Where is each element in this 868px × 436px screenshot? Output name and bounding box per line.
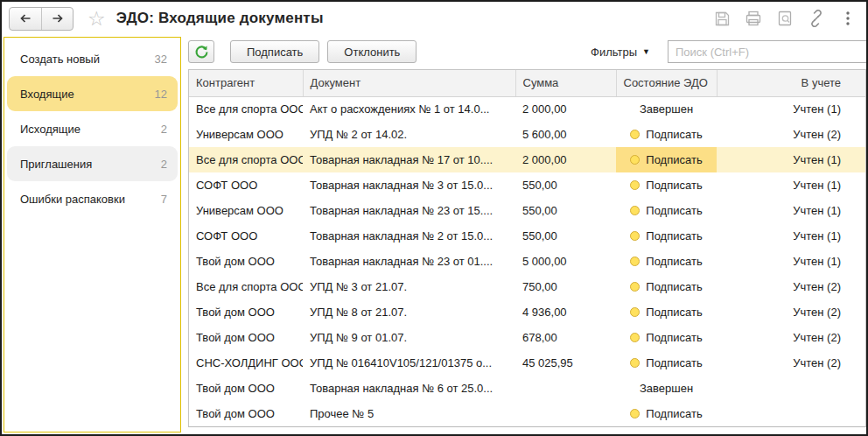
cell-document[interactable]: УПД № 016410V105/121/01375 о... (303, 350, 515, 376)
table-row[interactable]: Все для спорта ОООАкт о расхождениях № 1… (189, 96, 865, 122)
sidebar-item[interactable]: Ошибки распаковки7 (7, 181, 178, 216)
cell-document[interactable]: УПД № 2 от 14.02. (303, 122, 515, 147)
favorite-star-icon[interactable]: ☆ (88, 9, 106, 29)
cell-status[interactable]: Завершен (616, 96, 717, 122)
back-button[interactable] (10, 8, 41, 30)
cell-document[interactable]: Акт о расхождениях № 1 от 14.0... (303, 96, 515, 122)
refresh-button[interactable] (188, 40, 214, 63)
column-header[interactable]: Состояние ЭДО (616, 70, 717, 96)
cell-document[interactable]: Товарная накладная № 17 от 10.... (303, 147, 515, 172)
sidebar-item[interactable]: Исходящие2 (7, 111, 178, 146)
cell-sum[interactable]: 45 025,95 (515, 350, 616, 376)
cell-status[interactable]: Подписать (616, 198, 717, 223)
table-row[interactable]: Универсам ОООТоварная накладная № 23 от … (189, 198, 865, 223)
table-row[interactable]: Твой дом ОООУПД № 9 от 01.07.678,00Подпи… (189, 325, 865, 350)
cell-accounting[interactable]: Учтен (2) (717, 325, 865, 350)
search-input[interactable] (668, 40, 866, 63)
cell-counterparty[interactable]: Твой дом ООО (189, 249, 303, 274)
cell-document[interactable]: УПД № 9 от 01.07. (303, 325, 515, 350)
cell-counterparty[interactable]: СОФТ ООО (189, 223, 303, 249)
table-row[interactable]: СНС-ХОЛДИНГ ОООУПД № 016410V105/121/0137… (189, 350, 865, 376)
cell-counterparty[interactable]: Все для спорта ООО (189, 96, 303, 122)
cell-document[interactable]: УПД № 8 от 21.07. (303, 299, 515, 325)
cell-sum[interactable]: 550,00 (515, 172, 616, 198)
cell-counterparty[interactable]: Универсам ООО (189, 198, 303, 223)
table-row[interactable]: СОФТ ОООТоварная накладная № 2 от 15.0..… (189, 223, 865, 249)
cell-counterparty[interactable]: Твой дом ООО (189, 401, 303, 426)
column-header[interactable]: Контрагент (189, 70, 303, 96)
cell-sum[interactable]: 678,00 (515, 325, 616, 350)
cell-counterparty[interactable]: СНС-ХОЛДИНГ ООО (189, 350, 303, 376)
column-header[interactable]: Сумма (515, 70, 616, 96)
cell-sum[interactable] (515, 401, 616, 426)
table-row[interactable]: Твой дом ОООТоварная накладная № 6 от 25… (189, 376, 865, 401)
cell-status[interactable]: Завершен (616, 376, 717, 401)
cell-counterparty[interactable]: Твой дом ООО (189, 376, 303, 401)
cell-accounting[interactable]: Учтен (1) (717, 223, 865, 249)
cell-sum[interactable]: 550,00 (515, 223, 616, 249)
cell-counterparty[interactable]: СОФТ ООО (189, 172, 303, 198)
decline-button[interactable]: Отклонить (327, 40, 416, 63)
cell-counterparty[interactable]: Твой дом ООО (189, 299, 303, 325)
cell-counterparty[interactable]: Твой дом ООО (189, 325, 303, 350)
cell-document[interactable]: Товарная накладная № 6 от 25.0... (303, 376, 515, 401)
cell-accounting[interactable]: Учтен (2) (717, 350, 865, 376)
cell-status[interactable]: Подписать (616, 172, 717, 198)
cell-accounting[interactable]: Учтен (1) (717, 249, 865, 274)
cell-accounting[interactable]: Учтен (1) (717, 172, 865, 198)
cell-accounting[interactable]: Учтен (2) (717, 122, 865, 147)
cell-status[interactable]: Подписать (616, 401, 717, 426)
table-row[interactable]: Твой дом ОООПрочее № 5Подписать (189, 401, 865, 426)
cell-sum[interactable]: 2 000,00 (515, 147, 616, 172)
table-row[interactable]: Универсам ОООУПД № 2 от 14.02.5 600,00По… (189, 122, 865, 147)
cell-document[interactable]: Товарная накладная № 3 от 15.0... (303, 172, 515, 198)
cell-status[interactable]: Подписать (616, 299, 717, 325)
column-header[interactable]: Документ (303, 70, 515, 96)
cell-document[interactable]: Прочее № 5 (303, 401, 515, 426)
cell-counterparty[interactable]: Все для спорта ООО (189, 147, 303, 172)
cell-counterparty[interactable]: Все для спорта ООО (189, 274, 303, 299)
cell-document[interactable]: Товарная накладная № 23 от 15.... (303, 198, 515, 223)
cell-accounting[interactable]: Учтен (2) (717, 274, 865, 299)
table-row[interactable]: Твой дом ОООТоварная накладная № 23 от 0… (189, 249, 865, 274)
more-menu-icon[interactable] (838, 9, 858, 28)
link-icon[interactable] (807, 9, 826, 28)
cell-status[interactable]: Подписать (616, 249, 717, 274)
cell-document[interactable]: Товарная накладная № 23 от 01.... (303, 249, 515, 274)
cell-status[interactable]: Подписать (616, 350, 717, 376)
cell-sum[interactable]: 4 936,00 (515, 299, 616, 325)
cell-accounting[interactable] (717, 376, 865, 401)
save-icon[interactable] (712, 9, 732, 28)
cell-sum[interactable]: 5 000,00 (515, 249, 616, 274)
cell-sum[interactable] (515, 376, 616, 401)
cell-sum[interactable]: 550,00 (515, 198, 616, 223)
cell-status[interactable]: Подписать (616, 147, 717, 172)
cell-accounting[interactable]: Учтен (2) (717, 299, 865, 325)
filters-dropdown[interactable]: Фильтры ▼ (591, 46, 650, 59)
column-header[interactable]: В учете (717, 70, 865, 96)
cell-document[interactable]: УПД № 3 от 21.07. (303, 274, 515, 299)
sidebar-item[interactable]: Приглашения2 (7, 146, 178, 181)
cell-accounting[interactable]: Учтен (1) (717, 147, 865, 172)
cell-accounting[interactable]: Учтен (1) (717, 96, 865, 122)
forward-button[interactable] (41, 8, 73, 30)
sidebar-item[interactable]: Создать новый32 (7, 41, 178, 76)
cell-document[interactable]: Товарная накладная № 2 от 15.0... (303, 223, 515, 249)
cell-sum[interactable]: 750,00 (515, 274, 616, 299)
cell-sum[interactable]: 5 600,00 (515, 122, 616, 147)
cell-counterparty[interactable]: Универсам ООО (189, 122, 303, 147)
cell-accounting[interactable]: Учтен (1) (717, 198, 865, 223)
cell-status[interactable]: Подписать (616, 122, 717, 147)
table-row[interactable]: Все для спорта ОООУПД № 3 от 21.07.750,0… (189, 274, 865, 299)
table-row[interactable]: СОФТ ОООТоварная накладная № 3 от 15.0..… (189, 172, 865, 198)
cell-status[interactable]: Подписать (616, 325, 717, 350)
cell-accounting[interactable] (717, 401, 865, 426)
cell-sum[interactable]: 2 000,00 (515, 96, 616, 122)
sidebar-item[interactable]: Входящие12 (7, 76, 178, 111)
sign-button[interactable]: Подписать (230, 40, 319, 63)
cell-status[interactable]: Подписать (616, 274, 717, 299)
table-row[interactable]: Твой дом ОООУПД № 8 от 21.07.4 936,00Под… (189, 299, 865, 325)
cell-status[interactable]: Подписать (616, 223, 717, 249)
print-icon[interactable] (744, 9, 763, 28)
preview-icon[interactable] (775, 9, 794, 28)
